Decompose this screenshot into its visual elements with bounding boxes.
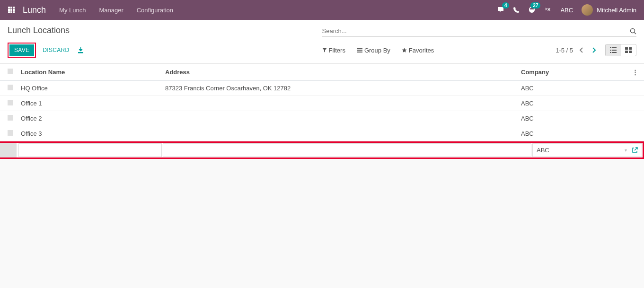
kanban-view-button[interactable] xyxy=(621,44,636,56)
header-company[interactable]: Company xyxy=(517,64,628,81)
table-row[interactable]: Office 3 ABC xyxy=(0,126,644,141)
table-row[interactable]: HQ Office 87323 Francis Corner Oscarhave… xyxy=(0,81,644,96)
cell-address[interactable]: 87323 Francis Corner Oscarhaven, OK 1278… xyxy=(161,81,517,96)
row-checkbox[interactable] xyxy=(0,96,17,111)
pager-next[interactable] xyxy=(590,45,598,55)
menu-manager[interactable]: Manager xyxy=(99,7,123,14)
cell-address[interactable] xyxy=(161,96,517,111)
cell-name[interactable]: Office 2 xyxy=(17,111,161,126)
chevron-left-icon xyxy=(580,47,583,53)
table-row[interactable]: Office 2 ABC xyxy=(0,111,644,126)
edit-address-input[interactable] xyxy=(167,147,527,154)
company-selector[interactable]: ABC xyxy=(560,7,573,14)
list-view-icon xyxy=(610,47,617,53)
svg-rect-16 xyxy=(612,47,617,48)
cell-name[interactable]: HQ Office xyxy=(17,81,161,96)
cell-company[interactable]: ABC xyxy=(517,96,628,111)
cell-name[interactable]: Office 3 xyxy=(17,126,161,141)
table-container: Location Name Address Company ⋮ HQ Offic… xyxy=(0,64,644,159)
cell-menu xyxy=(628,126,644,141)
export-icon[interactable] xyxy=(76,45,86,55)
search-icon[interactable] xyxy=(630,28,636,35)
edit-company-cell[interactable]: ABC ▾ xyxy=(532,143,642,157)
groupby-button[interactable]: Group By xyxy=(357,47,390,54)
svg-rect-6 xyxy=(8,11,10,13)
cell-menu xyxy=(628,96,644,111)
pager: 1-5 / 5 xyxy=(556,45,598,55)
svg-rect-14 xyxy=(357,52,362,52)
svg-point-9 xyxy=(631,28,635,33)
avatar xyxy=(582,4,593,16)
row-checkbox[interactable] xyxy=(0,111,17,126)
cell-company[interactable]: ABC xyxy=(517,111,628,126)
svg-rect-0 xyxy=(8,7,10,9)
phone-icon[interactable] xyxy=(513,7,520,13)
cell-name[interactable]: Office 1 xyxy=(17,96,161,111)
cell-address[interactable] xyxy=(161,126,517,141)
apps-icon[interactable] xyxy=(8,6,15,14)
top-navbar: Lunch My Lunch Manager Configuration 4 2… xyxy=(0,0,644,20)
chat-badge: 4 xyxy=(502,2,510,9)
activity-badge: 27 xyxy=(530,2,540,9)
svg-rect-21 xyxy=(625,47,628,50)
chat-icon[interactable]: 4 xyxy=(497,6,504,14)
svg-line-10 xyxy=(635,32,636,34)
row-checkbox[interactable] xyxy=(0,126,17,141)
header-checkbox[interactable] xyxy=(0,64,17,81)
kebab-icon: ⋮ xyxy=(632,69,638,76)
locations-table: Location Name Address Company ⋮ HQ Offic… xyxy=(0,64,644,141)
chevron-right-icon xyxy=(592,47,596,53)
search-input[interactable] xyxy=(322,26,637,36)
svg-rect-24 xyxy=(629,51,632,53)
filters-button[interactable]: Filters xyxy=(322,47,345,54)
edit-address-cell[interactable] xyxy=(163,143,531,157)
pager-prev[interactable] xyxy=(578,45,585,55)
edit-row-checkbox[interactable] xyxy=(0,143,17,157)
cell-company[interactable]: ABC xyxy=(517,81,628,96)
pager-text[interactable]: 1-5 / 5 xyxy=(556,47,573,54)
app-brand[interactable]: Lunch xyxy=(23,5,46,15)
svg-rect-20 xyxy=(612,52,617,53)
edit-name-input[interactable] xyxy=(23,147,158,154)
cell-company[interactable]: ABC xyxy=(517,126,628,141)
search-box[interactable] xyxy=(322,26,637,37)
list-view-button[interactable] xyxy=(606,44,621,56)
svg-rect-1 xyxy=(10,7,12,9)
svg-rect-11 xyxy=(78,52,83,53)
external-link-icon[interactable] xyxy=(632,147,638,153)
edit-row-highlight: ABC ▾ xyxy=(0,141,644,159)
edit-name-cell[interactable] xyxy=(18,143,162,157)
user-name: Mitchell Admin xyxy=(597,7,636,14)
kanban-view-icon xyxy=(625,47,632,53)
activity-icon[interactable]: 27 xyxy=(528,6,536,14)
svg-rect-12 xyxy=(357,48,362,49)
favorites-button[interactable]: Favorites xyxy=(402,47,434,54)
cell-menu xyxy=(628,81,644,96)
menu-my-lunch[interactable]: My Lunch xyxy=(59,7,86,14)
page-title: Lunch Locations xyxy=(8,26,322,35)
svg-rect-18 xyxy=(612,50,617,51)
save-button[interactable]: SAVE xyxy=(9,44,34,56)
svg-rect-22 xyxy=(629,47,632,50)
edit-company-value: ABC xyxy=(537,147,549,154)
edit-row: ABC ▾ xyxy=(1,143,643,157)
svg-rect-8 xyxy=(13,11,15,13)
table-row[interactable]: Office 1 ABC xyxy=(0,96,644,111)
discard-button[interactable]: DISCARD xyxy=(40,44,72,56)
svg-rect-7 xyxy=(10,11,12,13)
user-menu[interactable]: Mitchell Admin xyxy=(582,4,636,16)
navbar-right: 4 27 ABC Mitchell Admin xyxy=(497,4,636,16)
menu-configuration[interactable]: Configuration xyxy=(137,7,173,14)
svg-rect-23 xyxy=(625,51,628,53)
view-switcher xyxy=(605,44,636,56)
navbar-menu: My Lunch Manager Configuration xyxy=(59,7,493,14)
cell-address[interactable] xyxy=(161,111,517,126)
header-address[interactable]: Address xyxy=(161,64,517,81)
svg-rect-3 xyxy=(8,9,10,11)
row-checkbox[interactable] xyxy=(0,81,17,96)
chevron-down-icon[interactable]: ▾ xyxy=(625,148,627,153)
debug-icon[interactable] xyxy=(544,6,552,14)
svg-rect-15 xyxy=(610,47,611,48)
header-options[interactable]: ⋮ xyxy=(628,64,644,81)
header-name[interactable]: Location Name xyxy=(17,64,161,81)
